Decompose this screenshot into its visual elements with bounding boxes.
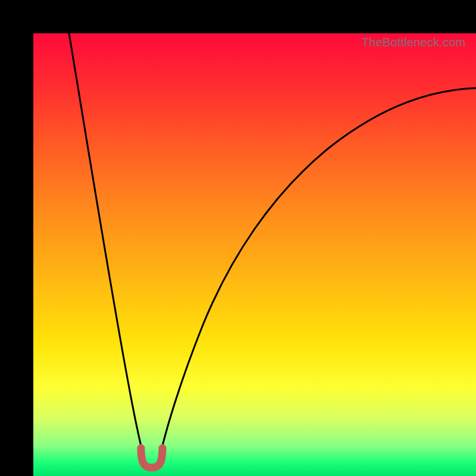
curve-layer xyxy=(33,33,476,476)
bottleneck-curve-right xyxy=(160,88,476,456)
plot-area: TheBottleneck.com xyxy=(33,33,476,476)
chart-frame: TheBottleneck.com xyxy=(0,0,476,476)
bottleneck-curve-left xyxy=(69,33,143,456)
minimum-marker xyxy=(141,448,162,468)
